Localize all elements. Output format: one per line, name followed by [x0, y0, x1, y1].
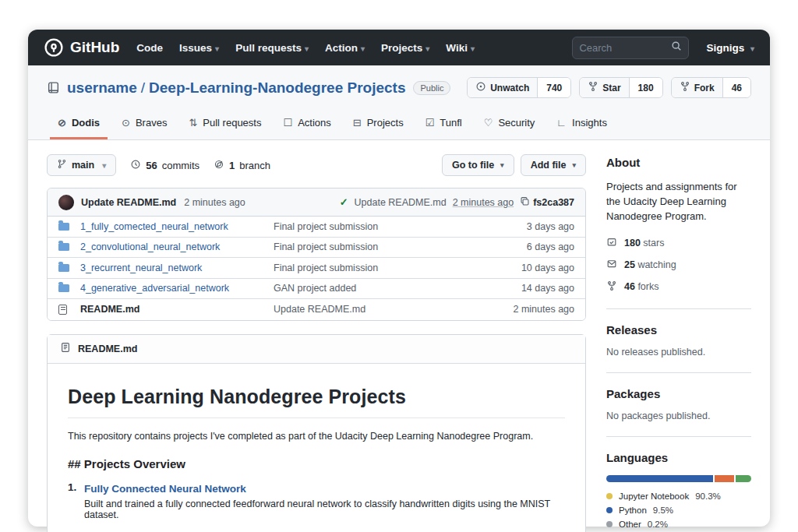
readme-header[interactable]: README.md: [48, 335, 585, 364]
nav-item-wiki[interactable]: Wiki: [446, 42, 475, 54]
stars-stat[interactable]: 180 stars: [606, 237, 751, 250]
file-row: 4_generative_adversarial_network GAN pro…: [48, 279, 585, 300]
list-number: 1.: [68, 481, 84, 520]
releases-heading: Releases: [606, 323, 751, 336]
file-row: 3_recurrent_neural_network Final project…: [48, 258, 585, 279]
commit-hash[interactable]: fs2ca387: [520, 196, 574, 209]
commit-message[interactable]: Update README.md: [81, 197, 176, 208]
file-commit-message[interactable]: GAN project added: [274, 283, 489, 294]
file-commit-message[interactable]: Final project submission: [274, 221, 489, 232]
file-commit-time: 3 days ago: [489, 221, 574, 232]
code-tab-icon: ⊘: [58, 118, 66, 128]
unwatch-button[interactable]: Unwatch 740: [467, 77, 571, 98]
repo-tabs: ⊘ Dodis ⊙ Braves ⇅ Pull requests ☐ Actio…: [47, 111, 751, 139]
tab-wiki[interactable]: ☑ Tunfl: [418, 111, 470, 139]
language-legend-item[interactable]: Python 9.5%: [606, 506, 751, 515]
branches-icon: [214, 159, 224, 172]
github-mark-icon: [44, 37, 64, 58]
fork-icon: [680, 81, 690, 94]
tab-projects[interactable]: ⊟ Projects: [345, 111, 411, 139]
star-icon: [588, 81, 598, 94]
go-to-file-button[interactable]: Go to file: [442, 154, 514, 176]
nav-item-projects[interactable]: Projects: [381, 42, 429, 54]
readme-intro: This repository contains projects I've c…: [68, 431, 565, 442]
file-table: Update README.md 2 minutes ago ✓ Update …: [47, 188, 586, 321]
tab-actions[interactable]: ☐ Actions: [275, 111, 338, 139]
tab-pull-requests[interactable]: ⇅ Pull requests: [181, 111, 269, 139]
file-name-link[interactable]: 2_convolutional_neural_network: [80, 241, 274, 252]
file-lines-icon: [60, 342, 71, 355]
search-box[interactable]: [572, 37, 689, 59]
github-logo[interactable]: GitHub: [44, 37, 119, 58]
pull-request-icon: ⇅: [189, 118, 197, 128]
file-name-link[interactable]: 3_recurrent_neural_network: [80, 262, 274, 273]
branches-count[interactable]: 1branch: [214, 159, 270, 172]
search-icon: [671, 41, 682, 55]
projects-icon: ⊟: [353, 118, 362, 128]
eye-icon: [475, 81, 486, 94]
fork-button[interactable]: Fork 46: [671, 77, 751, 98]
file-commit-message[interactable]: Final project submission: [274, 262, 489, 273]
history-icon: [130, 159, 141, 172]
languages-heading: Languages: [606, 451, 751, 464]
commit-message-link[interactable]: Update README.md: [355, 197, 447, 208]
tab-security[interactable]: ♡ Security: [476, 111, 543, 139]
commit-time-link[interactable]: 2 minutes ago: [453, 197, 514, 208]
unwatch-count[interactable]: 740: [538, 78, 570, 97]
star-button[interactable]: Star 180: [579, 77, 662, 98]
branch-selector[interactable]: main: [47, 154, 116, 176]
file-commit-time: 6 days ago: [489, 241, 574, 252]
repo-name-link[interactable]: Deep-Learning-Nanodegree Projects: [149, 79, 405, 96]
sidebar-divider: [606, 436, 751, 437]
language-dot: [606, 507, 613, 513]
project-link[interactable]: Fully Connected Neural Network: [84, 483, 246, 495]
watching-stat[interactable]: 25 watching: [606, 259, 751, 272]
status-check-icon[interactable]: ✓: [340, 196, 348, 208]
project-description: Built and trained a fully connected feed…: [84, 499, 565, 520]
language-dot: [606, 521, 613, 527]
add-file-button[interactable]: Add file: [521, 154, 586, 176]
sidebar-divider: [606, 372, 751, 373]
repo-owner-link[interactable]: username: [67, 79, 137, 96]
nav-item-code[interactable]: Code: [136, 42, 163, 54]
forks-stat[interactable]: 46 forks: [606, 280, 751, 294]
star-count[interactable]: 180: [630, 78, 662, 97]
repo-sidebar: About Projects and assignments for the U…: [606, 154, 751, 532]
commits-count[interactable]: 56commits: [130, 159, 200, 172]
readme-title: Deep Learning Nanodegree Projects: [68, 386, 565, 418]
packages-heading: Packages: [606, 387, 751, 400]
nav-item-pull-requests[interactable]: Pull requests: [235, 42, 309, 54]
search-input[interactable]: [579, 42, 671, 54]
file-commit-time: 14 days ago: [489, 283, 574, 294]
nav-item-issues[interactable]: Issues: [179, 42, 219, 54]
file-commit-message[interactable]: Update README.md: [274, 304, 489, 315]
actions-icon: ☐: [283, 118, 292, 128]
readme-filename: README.md: [78, 344, 137, 354]
copy-icon: [520, 196, 530, 209]
insights-graph-icon: ∟: [556, 118, 567, 128]
file-commit-message[interactable]: Final project submission: [274, 241, 489, 252]
file-commit-time: 2 minutes ago: [489, 304, 574, 315]
folder-icon: [58, 264, 72, 272]
sidebar-divider: [606, 308, 751, 309]
watching-icon: [606, 259, 617, 272]
file-name-link[interactable]: 1_fully_comected_neural_network: [80, 221, 274, 232]
user-menu[interactable]: Signigs: [706, 42, 754, 54]
avatar[interactable]: [58, 195, 74, 210]
top-navbar: GitHub Code Issues Pull requests Action …: [28, 30, 770, 65]
file-name-link[interactable]: 4_generative_adversarial_network: [80, 283, 274, 294]
languages-bar[interactable]: [606, 475, 751, 482]
file-name-link[interactable]: README.md: [80, 304, 274, 315]
releases-empty-text: No releases published.: [606, 347, 751, 358]
language-legend-item[interactable]: Jupyter Notebook 90.3%: [606, 491, 751, 501]
fork-count[interactable]: 46: [723, 78, 750, 97]
nav-item-action[interactable]: Action: [325, 42, 365, 54]
tab-code[interactable]: ⊘ Dodis: [50, 111, 108, 139]
security-shield-icon: ♡: [484, 118, 493, 128]
file-commit-time: 10 days ago: [489, 262, 574, 273]
language-legend-item[interactable]: Other 0.2%: [606, 520, 751, 529]
tab-issues[interactable]: ⊙ Braves: [114, 111, 175, 139]
readme-section: README.md Deep Learning Nanodegree Proje…: [47, 334, 586, 532]
repo-header: username/Deep-Learning-Nanodegree Projec…: [28, 65, 770, 140]
tab-insights[interactable]: ∟ Insights: [549, 111, 615, 139]
